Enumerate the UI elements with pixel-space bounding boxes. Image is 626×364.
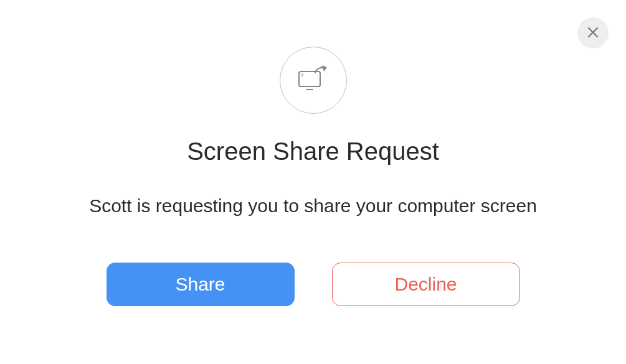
decline-button[interactable]: Decline bbox=[332, 263, 520, 306]
close-icon bbox=[587, 26, 599, 40]
dialog-title: Screen Share Request bbox=[187, 138, 439, 166]
dialog-content: Screen Share Request Scott is requesting… bbox=[0, 0, 626, 306]
dialog-message: Scott is requesting you to share your co… bbox=[89, 195, 537, 217]
screen-share-icon-circle bbox=[280, 47, 347, 114]
share-button[interactable]: Share bbox=[107, 263, 295, 306]
button-row: Share Decline bbox=[107, 263, 520, 306]
screen-share-icon bbox=[296, 64, 330, 96]
close-button[interactable] bbox=[577, 17, 609, 49]
